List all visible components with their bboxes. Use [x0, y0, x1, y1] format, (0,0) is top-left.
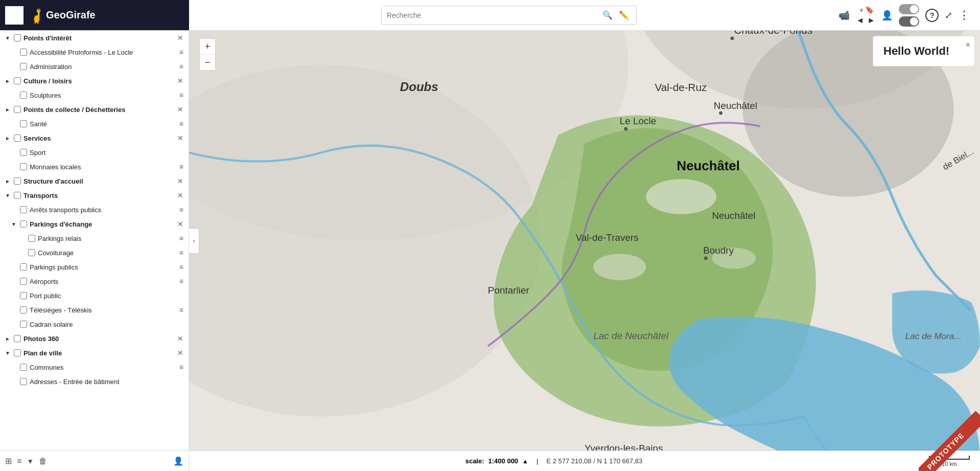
checkbox-transports[interactable] [14, 192, 21, 199]
group-poi[interactable]: ▼ Points d'intérêt ✕ [0, 31, 189, 45]
group-plan-ville[interactable]: ▼ Plan de ville ✕ [0, 346, 189, 360]
video-button[interactable]: 📹 [838, 10, 850, 21]
close-structure-button[interactable]: ✕ [176, 177, 184, 185]
item-parkings-relais[interactable]: Parkings relais ≡ [0, 231, 189, 245]
item-accessibilite[interactable]: Accessibilité ProInformis - Le Locle ≡ [0, 45, 189, 59]
expand-transports-icon[interactable]: ▼ [4, 192, 11, 199]
help-button[interactable]: ? [925, 9, 939, 22]
menu-teleskis-button[interactable]: ≡ [178, 306, 184, 314]
checkbox-parkings-publics[interactable] [20, 263, 27, 271]
checkbox-monnaies[interactable] [20, 163, 27, 170]
expand-poi-icon[interactable]: ▼ [4, 34, 11, 41]
expand-services-icon[interactable]: ► [4, 134, 11, 142]
item-sante[interactable]: Santé ≡ [0, 117, 189, 131]
item-parkings-publics[interactable]: Parkings publics ≡ [0, 260, 189, 274]
close-parkings-echange-button[interactable]: ✕ [176, 220, 184, 228]
checkbox-services[interactable] [14, 134, 21, 142]
close-plan-ville-button[interactable]: ✕ [176, 349, 184, 357]
item-teleskis[interactable]: Télésiéges - Téléskis ≡ [0, 303, 189, 317]
layers-icon[interactable] [5, 6, 24, 25]
checkbox-cadran[interactable] [20, 321, 27, 328]
item-port[interactable]: Port public [0, 288, 189, 303]
bookmark-plus-button[interactable]: ＋🔖 [858, 6, 874, 15]
item-monnaies[interactable]: Monnaies locales ≡ [0, 160, 189, 174]
checkbox-communes[interactable] [20, 364, 27, 371]
checkbox-adresses[interactable] [20, 378, 27, 385]
more-button[interactable]: ⋮ [959, 9, 970, 22]
scale-arrow-icon[interactable]: ▲ [522, 458, 528, 465]
popup-close-button[interactable]: × [966, 40, 970, 50]
menu-monnaies-button[interactable]: ≡ [178, 163, 184, 171]
item-sport[interactable]: Sport [0, 145, 189, 160]
checkbox-administration[interactable] [20, 63, 27, 70]
checkbox-photos360[interactable] [14, 335, 21, 342]
map-container[interactable]: Besançon Doubs Chaux-de-Fonds Val-de-Ruz… [189, 31, 980, 451]
expand-photos360-icon[interactable]: ► [4, 335, 11, 342]
close-collecte-button[interactable]: ✕ [176, 105, 184, 114]
item-sculptures[interactable]: Sculptures ≡ [0, 88, 189, 102]
checkbox-teleskis[interactable] [20, 306, 27, 313]
zoom-out-button[interactable]: − [200, 55, 215, 70]
menu-sante-button[interactable]: ≡ [178, 120, 184, 128]
group-culture[interactable]: ► Culture / loisirs ✕ [0, 74, 189, 88]
menu-aeroports-button[interactable]: ≡ [178, 277, 184, 285]
item-cadran[interactable]: Cadran solaire [0, 317, 189, 331]
close-photos360-button[interactable]: ✕ [176, 334, 184, 343]
nav-forward-button[interactable]: ► [867, 16, 875, 25]
nav-back-button[interactable]: ◄ [856, 16, 864, 25]
checkbox-culture[interactable] [14, 77, 21, 84]
expand-parkings-echange-icon[interactable]: ▼ [10, 220, 17, 228]
share-button[interactable]: ⤢ [945, 10, 952, 21]
search-button[interactable]: 🔍 [600, 10, 615, 20]
search-input[interactable] [387, 11, 600, 19]
expand-structure-icon[interactable]: ► [4, 177, 11, 185]
menu-covoiturage-button[interactable]: ≡ [178, 249, 184, 257]
checkbox-poi[interactable] [14, 34, 21, 41]
user-button[interactable]: 👤 [881, 10, 893, 21]
item-adresses[interactable]: Adresses - Entrée de bâtiment [0, 374, 189, 389]
checkbox-parkings-echange[interactable] [20, 220, 27, 228]
group-collecte[interactable]: ► Points de collecte / Déchetteries ✕ [0, 102, 189, 117]
toggle-top[interactable] [899, 4, 919, 14]
checkbox-collecte[interactable] [14, 106, 21, 113]
checkbox-sculptures[interactable] [20, 92, 27, 99]
checkbox-plan-ville[interactable] [14, 349, 21, 356]
checkbox-aeroports[interactable] [20, 278, 27, 285]
bottom-list-button[interactable]: ≡ [17, 457, 21, 466]
toggle-bottom[interactable] [899, 16, 919, 27]
item-aeroports[interactable]: Aéroports ≡ [0, 274, 189, 288]
menu-administration-button[interactable]: ≡ [178, 62, 184, 71]
menu-communes-button[interactable]: ≡ [178, 363, 184, 371]
expand-collecte-icon[interactable]: ► [4, 106, 11, 113]
menu-accessibilite-button[interactable]: ≡ [178, 48, 184, 56]
menu-parkings-publics-button[interactable]: ≡ [178, 263, 184, 271]
menu-arrets-button[interactable]: ≡ [178, 206, 184, 214]
checkbox-structure[interactable] [14, 177, 21, 185]
bottom-layers-button[interactable]: ⊞ [5, 456, 12, 466]
checkbox-accessibilite[interactable] [20, 49, 27, 56]
item-covoiturage[interactable]: Covoiturage ≡ [0, 245, 189, 260]
expand-culture-icon[interactable]: ► [4, 77, 11, 84]
item-administration[interactable]: Administration ≡ [0, 59, 189, 74]
draw-button[interactable]: ✏️ [617, 10, 631, 20]
group-photos360[interactable]: ► Photos 360 ✕ [0, 331, 189, 346]
close-poi-button[interactable]: ✕ [176, 34, 184, 42]
checkbox-sport[interactable] [20, 149, 27, 156]
zoom-in-button[interactable]: + [200, 39, 215, 54]
close-services-button[interactable]: ✕ [176, 134, 184, 142]
close-culture-button[interactable]: ✕ [176, 77, 184, 85]
close-transports-button[interactable]: ✕ [176, 191, 184, 199]
group-parkings-echange[interactable]: ▼ Parkings d'échange ✕ [0, 217, 189, 231]
sidebar-collapse-button[interactable]: ‹ [189, 228, 199, 254]
bottom-person-button[interactable]: 👤 [173, 456, 183, 466]
bottom-dropdown-button[interactable]: ▼ [27, 457, 34, 465]
group-structure[interactable]: ► Structure d'accueil ✕ [0, 174, 189, 188]
checkbox-sante[interactable] [20, 120, 27, 127]
menu-sculptures-button[interactable]: ≡ [178, 91, 184, 99]
checkbox-parkings-relais[interactable] [28, 235, 35, 242]
expand-plan-ville-icon[interactable]: ▼ [4, 349, 11, 356]
menu-parkings-relais-button[interactable]: ≡ [178, 234, 184, 242]
bottom-trash-button[interactable]: 🗑 [39, 457, 47, 466]
checkbox-port[interactable] [20, 292, 27, 299]
group-services[interactable]: ► Services ✕ [0, 131, 189, 145]
